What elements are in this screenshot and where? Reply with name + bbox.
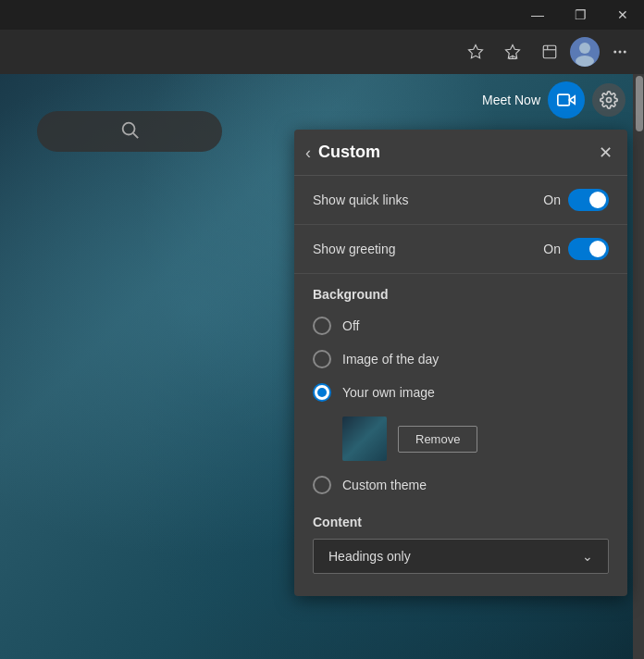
radio-image-day-circle	[313, 350, 331, 368]
radio-image-day-label: Image of the day	[342, 352, 439, 367]
svg-marker-14	[569, 96, 575, 104]
radio-off-label: Off	[342, 318, 359, 333]
back-button[interactable]: ‹	[305, 144, 311, 161]
restore-button[interactable]: ❐	[559, 0, 601, 30]
favorites-icon[interactable]	[496, 35, 529, 68]
svg-point-9	[613, 51, 616, 54]
panel-title: Custom	[318, 143, 599, 162]
content-dropdown[interactable]: Headings only ⌄	[313, 539, 609, 574]
svg-rect-4	[543, 45, 556, 58]
meet-bar: Meet Now	[482, 81, 625, 118]
radio-custom-circle	[313, 476, 331, 494]
main-area: Meet Now ‹ Custom ✕ Show quick links On	[0, 74, 644, 659]
radio-off[interactable]: Off	[294, 309, 627, 342]
quick-links-row: Show quick links On	[294, 176, 627, 225]
quick-links-on-text: On	[543, 193, 561, 207]
greeting-toggle[interactable]	[568, 238, 609, 260]
svg-line-13	[133, 133, 138, 138]
search-bar[interactable]	[37, 111, 222, 152]
svg-point-8	[576, 56, 594, 67]
image-preview-area: Remove	[294, 409, 627, 468]
meet-now-button[interactable]	[548, 81, 585, 118]
radio-custom-label: Custom theme	[342, 478, 427, 492]
svg-point-7	[579, 43, 590, 54]
radio-custom-theme[interactable]: Custom theme	[294, 468, 627, 502]
settings-gear-button[interactable]	[592, 83, 625, 117]
scrollbar-thumb[interactable]	[636, 76, 643, 131]
scrollbar-track	[633, 74, 644, 659]
radio-off-circle	[313, 317, 331, 335]
greeting-row: Show greeting On	[294, 225, 627, 274]
favorite-icon[interactable]	[459, 35, 492, 68]
panel-close-button[interactable]: ✕	[599, 144, 613, 161]
avatar[interactable]	[570, 37, 600, 67]
svg-point-16	[607, 98, 612, 103]
chevron-down-icon: ⌄	[582, 549, 593, 564]
greeting-label: Show greeting	[313, 242, 396, 256]
custom-panel: ‹ Custom ✕ Show quick links On Show gree…	[294, 130, 627, 596]
addtab-icon[interactable]	[533, 35, 566, 68]
panel-header: ‹ Custom ✕	[294, 130, 627, 176]
svg-marker-0	[469, 45, 483, 58]
svg-point-12	[123, 122, 135, 134]
radio-image-day[interactable]: Image of the day	[294, 342, 627, 376]
minimize-button[interactable]: —	[516, 0, 559, 30]
remove-button[interactable]: Remove	[398, 426, 477, 453]
close-button[interactable]: ✕	[601, 0, 644, 30]
browser-toolbar	[0, 30, 644, 74]
titlebar: — ❐ ✕	[0, 0, 644, 30]
more-icon[interactable]	[603, 35, 637, 68]
greeting-toggle-area: On	[543, 238, 609, 260]
svg-point-10	[619, 51, 622, 54]
content-section-header: Content	[313, 515, 609, 529]
quick-links-label: Show quick links	[313, 193, 409, 207]
radio-own-image-label: Your own image	[342, 385, 435, 400]
preview-thumb-inner	[342, 417, 387, 461]
svg-rect-15	[558, 94, 570, 106]
quick-links-toggle[interactable]	[568, 189, 609, 211]
search-icon	[119, 119, 140, 144]
dropdown-value: Headings only	[328, 549, 411, 564]
content-section: Content Headings only ⌄	[294, 502, 627, 581]
meet-now-label: Meet Now	[482, 93, 540, 107]
radio-own-image[interactable]: Your own image	[294, 376, 627, 409]
greeting-on-text: On	[543, 242, 561, 256]
preview-thumbnail	[342, 417, 387, 461]
radio-own-image-circle	[313, 383, 331, 402]
quick-links-toggle-area: On	[543, 189, 609, 211]
background-section-header: Background	[294, 274, 627, 309]
svg-point-11	[624, 51, 626, 54]
